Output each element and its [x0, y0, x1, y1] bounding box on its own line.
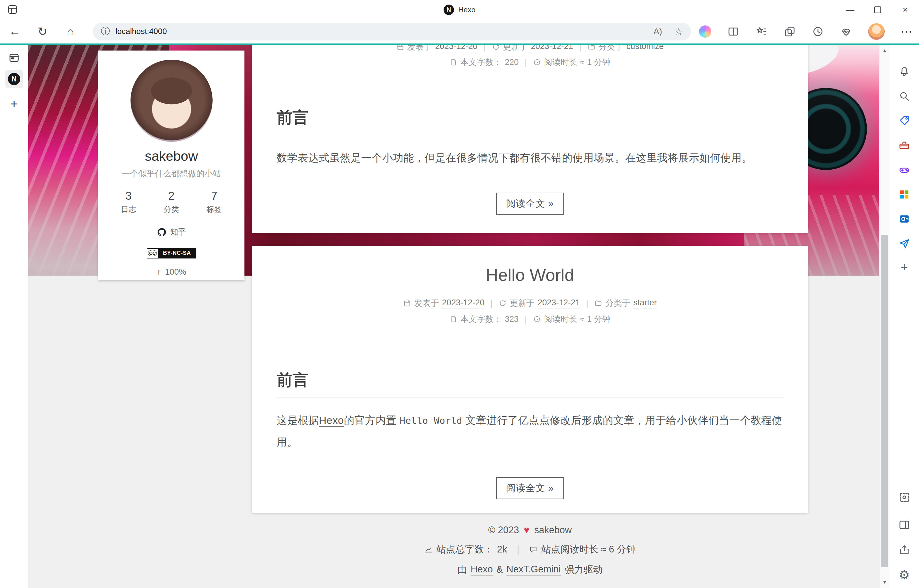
post-meta-line1: 发表于 2023-12-20 | 更新于 2023-12-21 | 分类于 st…: [277, 298, 783, 309]
scroll-down-arrow[interactable]: ▼: [879, 577, 890, 587]
stat-categories[interactable]: 2 分类: [158, 189, 185, 214]
edge-sidebar: + ⚙: [890, 45, 919, 588]
drop-icon[interactable]: [897, 236, 912, 251]
favorites-icon[interactable]: [756, 26, 768, 38]
shopping-icon[interactable]: [897, 113, 912, 128]
back-to-top[interactable]: ↑ 100%: [99, 264, 244, 280]
browser-toolbar: ← ↻ ⌂ ⓘ localhost:4000 A) ☆: [0, 19, 919, 44]
home-button[interactable]: ⌂: [65, 24, 76, 39]
section-heading: 前言: [277, 369, 783, 398]
back-button[interactable]: ←: [9, 24, 20, 39]
maximize-button[interactable]: [864, 0, 892, 19]
update-icon: [499, 299, 507, 307]
theme-footer-link[interactable]: NexT.Gemini: [506, 564, 560, 575]
post-meta-line2: 本文字数： 220 | 阅读时长 ≈ 1 分钟: [277, 57, 783, 68]
social-link[interactable]: 知乎: [157, 227, 186, 237]
update-date-link[interactable]: 2023-12-21: [531, 45, 573, 52]
split-screen-icon[interactable]: [727, 26, 740, 38]
screenshot-capture-icon[interactable]: [897, 490, 912, 505]
inline-code: Hello World: [400, 415, 462, 426]
post-excerpt: 这是根据Hexo的官方内置 Hello World 文章进行了亿点点修改后形成的…: [277, 409, 783, 453]
read-aloud-icon[interactable]: A): [653, 27, 662, 36]
new-tab-icon[interactable]: +: [7, 97, 21, 111]
browser-essentials-icon[interactable]: [840, 26, 852, 38]
site-description: 一个似乎什么都想做的小站: [99, 168, 244, 179]
folder-icon: [588, 45, 596, 51]
microsoft-365-icon[interactable]: [897, 187, 912, 202]
refresh-button[interactable]: ↻: [37, 24, 48, 39]
clock-icon: [533, 58, 541, 66]
active-tab-title: N Hexo: [0, 0, 919, 19]
profile-card: sakebow 一个似乎什么都想做的小站 3 日志 2 分类 7 标签 知乎: [99, 50, 244, 280]
calendar-icon: [396, 45, 404, 51]
sidebar-panel-icon[interactable]: [897, 518, 912, 532]
post-card-customize: 发表于 2023-12-20 | 更新于 2023-12-21 | 分类于 cu…: [252, 45, 808, 233]
search-icon[interactable]: [897, 89, 912, 103]
hexo-link[interactable]: Hexo: [319, 414, 344, 426]
browser-titlebar: N Hexo — ×: [0, 0, 919, 19]
history-icon[interactable]: [812, 26, 824, 38]
category-link[interactable]: starter: [633, 298, 657, 309]
add-sidebar-app-icon[interactable]: +: [897, 260, 912, 275]
chart-line-icon: [424, 545, 433, 554]
github-icon: [157, 227, 166, 237]
footer-powered-by: 由 Hexo & NexT.Gemini 强力驱动: [252, 563, 808, 576]
profile-avatar[interactable]: [868, 23, 885, 40]
license-badge[interactable]: CC BY-NC-SA: [147, 248, 196, 258]
update-date-link[interactable]: 2023-12-21: [538, 298, 580, 309]
read-more-button[interactable]: 阅读全文 »: [496, 477, 564, 499]
settings-gear-icon[interactable]: ⚙: [897, 567, 912, 582]
site-info-icon[interactable]: ⓘ: [101, 25, 110, 38]
post-title[interactable]: Hello World: [277, 265, 783, 285]
license-label: BY-NC-SA: [158, 249, 196, 258]
site-author: sakebow: [99, 149, 244, 164]
workspaces-icon[interactable]: [7, 4, 18, 15]
vertical-tabs-strip: N +: [0, 45, 28, 588]
tab-actions-icon[interactable]: [7, 50, 21, 65]
section-heading: 前言: [277, 107, 783, 136]
games-icon[interactable]: [897, 163, 912, 177]
folder-icon: [594, 299, 602, 307]
close-button[interactable]: ×: [892, 0, 919, 19]
category-link[interactable]: customize: [627, 45, 664, 52]
scroll-up-arrow[interactable]: ▲: [879, 46, 890, 56]
url-text: localhost:4000: [115, 27, 653, 36]
footer-author: sakebow: [534, 525, 572, 536]
read-more-button[interactable]: 阅读全文 »: [496, 193, 564, 215]
more-menu-icon[interactable]: ⋯: [901, 25, 912, 38]
site-stats: 3 日志 2 分类 7 标签: [99, 189, 244, 214]
copilot-icon[interactable]: [699, 26, 711, 38]
minimize-button[interactable]: —: [836, 0, 864, 19]
post-meta-line1: 发表于 2023-12-20 | 更新于 2023-12-21 | 分类于 cu…: [277, 45, 783, 52]
outlook-icon[interactable]: [897, 212, 912, 226]
share-icon[interactable]: [897, 543, 912, 557]
clock-icon: [533, 315, 541, 323]
hexo-favicon: N: [444, 5, 454, 15]
hexo-favicon: N: [8, 73, 20, 85]
scroll-percent: 100%: [165, 267, 186, 277]
stat-tags[interactable]: 7 标签: [201, 189, 228, 214]
site-footer: © 2023 ♥ sakebow 站点总字数： 2k | 站点阅读时长 ≈ 6 …: [252, 525, 808, 583]
address-bar[interactable]: ⓘ localhost:4000 A) ☆: [93, 23, 691, 40]
publish-date-link[interactable]: 2023-12-20: [442, 298, 484, 309]
footer-copyright: © 2023 ♥ sakebow: [252, 525, 808, 536]
favorite-star-icon[interactable]: ☆: [674, 26, 683, 37]
hexo-footer-link[interactable]: Hexo: [470, 564, 493, 575]
browser-window: N Hexo — × ← ↻ ⌂ ⓘ localhost:4000 A) ☆: [0, 0, 919, 588]
page-scrollbar[interactable]: ▲ ▼: [879, 45, 890, 588]
webpage: sakebow 一个似乎什么都想做的小站 3 日志 2 分类 7 标签 知乎: [28, 45, 890, 588]
publish-date-link[interactable]: 2023-12-20: [435, 45, 478, 52]
post-list: 发表于 2023-12-20 | 更新于 2023-12-21 | 分类于 cu…: [252, 45, 808, 588]
tools-icon[interactable]: [897, 138, 912, 152]
footer-stats: 站点总字数： 2k | 站点阅读时长 ≈ 6 分钟: [252, 543, 808, 556]
active-tab-hexo[interactable]: N: [5, 70, 23, 88]
notifications-bell-icon[interactable]: [897, 64, 912, 79]
scrollbar-thumb[interactable]: [881, 235, 888, 567]
cc-icon: CC: [147, 249, 158, 258]
collections-icon[interactable]: [783, 26, 796, 38]
heart-icon: ♥: [524, 525, 529, 535]
post-meta-line2: 本文字数： 323 | 阅读时长 ≈ 1 分钟: [277, 313, 783, 325]
stat-posts[interactable]: 3 日志: [115, 189, 142, 214]
calendar-icon: [403, 299, 411, 307]
window-title: Hexo: [458, 5, 475, 14]
